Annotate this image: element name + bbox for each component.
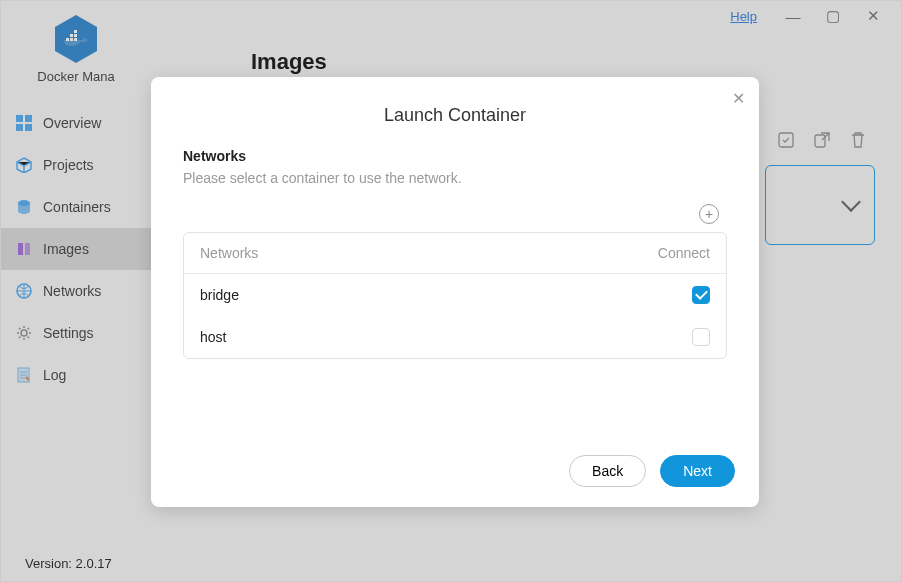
back-button[interactable]: Back (569, 455, 646, 487)
table-row: bridge (184, 274, 726, 316)
next-button[interactable]: Next (660, 455, 735, 487)
network-name: bridge (200, 287, 239, 303)
col-connect: Connect (658, 245, 710, 261)
modal-title: Launch Container (151, 105, 759, 126)
network-name: host (200, 329, 226, 345)
add-network-button[interactable]: + (699, 204, 719, 224)
connect-checkbox[interactable] (692, 328, 710, 346)
networks-table: Networks Connect bridge host (183, 232, 727, 359)
connect-checkbox[interactable] (692, 286, 710, 304)
launch-container-modal: ✕ Launch Container Networks Please selec… (151, 77, 759, 507)
section-subtitle: Please select a container to use the net… (183, 170, 727, 186)
section-title: Networks (183, 148, 727, 164)
table-row: host (184, 316, 726, 358)
col-networks: Networks (200, 245, 258, 261)
modal-close-icon[interactable]: ✕ (732, 89, 745, 108)
